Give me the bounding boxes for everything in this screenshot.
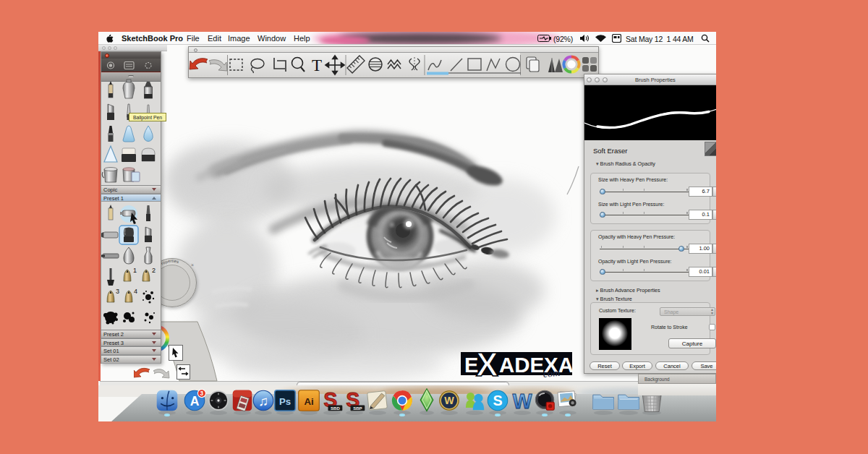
svg-text:2: 2 [152, 267, 156, 274]
svg-text:W: W [444, 395, 454, 407]
svg-text:ADEXA: ADEXA [499, 354, 574, 377]
svg-text:3: 3 [116, 288, 119, 295]
svg-text:3: 3 [200, 390, 204, 397]
svg-text:♫: ♫ [258, 393, 268, 408]
svg-text:T: T [312, 56, 322, 74]
svg-text:×: × [191, 262, 194, 267]
svg-text:W: W [513, 390, 532, 413]
svg-text:A: A [190, 394, 200, 408]
svg-text:4: 4 [134, 288, 137, 295]
svg-text:X: X [476, 346, 498, 383]
svg-text:1: 1 [133, 267, 137, 274]
svg-text:Ps: Ps [279, 396, 291, 407]
svg-text:SBD: SBD [331, 406, 340, 411]
svg-text:Ai: Ai [304, 396, 313, 407]
svg-text:S: S [493, 393, 502, 408]
svg-text:SBP: SBP [353, 406, 362, 411]
svg-text:com: com [542, 367, 561, 380]
